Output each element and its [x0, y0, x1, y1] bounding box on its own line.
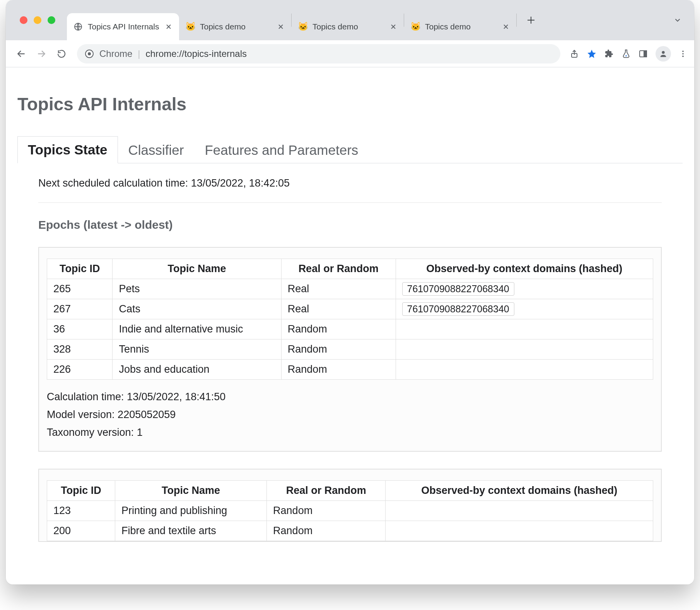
- back-button[interactable]: [13, 45, 30, 62]
- globe-icon: [73, 22, 83, 32]
- col-topic-id: Topic ID: [47, 259, 113, 279]
- cat-icon: 🐱: [185, 22, 195, 32]
- omnibox-scheme: Chrome: [99, 48, 132, 59]
- col-topic-name: Topic Name: [113, 259, 281, 279]
- cell-real: Random: [281, 319, 396, 339]
- model-version-value: 2205052059: [118, 409, 176, 420]
- cell-real: Real: [281, 299, 396, 319]
- cat-icon: 🐱: [410, 22, 420, 32]
- col-topic-name: Topic Name: [115, 480, 267, 500]
- cell-id: 226: [47, 360, 113, 380]
- side-panel-icon[interactable]: [639, 49, 648, 58]
- cell-name: Fibre and textile arts: [115, 521, 267, 541]
- table-row: 328 Tennis Random: [47, 339, 653, 360]
- cell-name: Jobs and education: [113, 360, 281, 380]
- cell-name: Indie and alternative music: [113, 319, 281, 339]
- cell-real: Real: [281, 279, 396, 299]
- tab-title: Topics demo: [312, 22, 385, 31]
- tab-classifier[interactable]: Classifier: [118, 137, 195, 163]
- minimize-window-button[interactable]: [34, 16, 41, 24]
- next-calculation-line: Next scheduled calculation time: 13/05/2…: [38, 177, 662, 189]
- cell-real: Random: [267, 521, 386, 541]
- browser-tab[interactable]: 🐱 Topics demo: [292, 13, 404, 40]
- table-row: 265 Pets Real 7610709088227068340: [47, 279, 653, 299]
- cell-id: 36: [47, 319, 113, 339]
- page-title: Topics API Internals: [17, 94, 683, 115]
- taxonomy-version-value: 1: [137, 427, 143, 438]
- close-window-button[interactable]: [20, 16, 27, 24]
- browser-window: Topics API Internals 🐱 Topics demo 🐱 Top…: [6, 0, 694, 584]
- cell-real: Random: [281, 339, 396, 360]
- cell-name: Tennis: [113, 339, 281, 360]
- topics-table: Topic ID Topic Name Real or Random Obser…: [47, 480, 653, 541]
- titlebar: Topics API Internals 🐱 Topics demo 🐱 Top…: [6, 0, 694, 40]
- col-real-or-random: Real or Random: [267, 480, 386, 500]
- tab-features-parameters[interactable]: Features and Parameters: [194, 137, 369, 163]
- tabstrip-right: [673, 16, 691, 24]
- toolbar-right: [567, 46, 687, 62]
- tab-body: Next scheduled calculation time: 13/05/2…: [17, 163, 683, 542]
- cell-hash: 7610709088227068340: [396, 279, 653, 299]
- cell-hash: [386, 521, 653, 541]
- new-tab-button[interactable]: [521, 10, 541, 30]
- epochs-heading: Epochs (latest -> oldest): [38, 218, 662, 231]
- close-tab-button[interactable]: [277, 22, 285, 31]
- tab-title: Topics API Internals: [88, 22, 160, 31]
- close-tab-button[interactable]: [502, 22, 510, 31]
- tab-separator: [516, 14, 517, 27]
- divider: [38, 202, 662, 203]
- menu-kebab-icon[interactable]: [679, 50, 687, 58]
- maximize-window-button[interactable]: [48, 16, 55, 24]
- reload-button[interactable]: [53, 45, 70, 62]
- share-icon[interactable]: [570, 49, 579, 58]
- svg-rect-6: [644, 51, 647, 57]
- chevron-down-icon[interactable]: [673, 16, 682, 24]
- cell-id: 328: [47, 339, 113, 360]
- cell-id: 265: [47, 279, 113, 299]
- toolbar: Chrome | chrome://topics-internals: [6, 40, 694, 67]
- epoch-meta: Calculation time: 13/05/2022, 18:41:50 M…: [47, 388, 653, 442]
- cat-icon: 🐱: [298, 22, 308, 32]
- cell-name: Printing and publishing: [115, 500, 267, 521]
- svg-point-4: [625, 55, 627, 56]
- profile-avatar[interactable]: [656, 46, 671, 62]
- col-topic-id: Topic ID: [47, 480, 115, 500]
- window-controls: [6, 0, 67, 40]
- table-row: 226 Jobs and education Random: [47, 360, 653, 380]
- browser-tab[interactable]: 🐱 Topics demo: [179, 13, 291, 40]
- browser-tab[interactable]: 🐱 Topics demo: [404, 13, 516, 40]
- cell-id: 200: [47, 521, 115, 541]
- col-observed: Observed-by context domains (hashed): [386, 480, 653, 500]
- svg-point-9: [682, 53, 684, 55]
- hash-chip: 7610709088227068340: [402, 302, 514, 316]
- calc-time-label: Calculation time:: [47, 391, 124, 403]
- close-tab-button[interactable]: [164, 22, 173, 31]
- cell-hash: [396, 360, 653, 380]
- omnibox[interactable]: Chrome | chrome://topics-internals: [77, 44, 560, 63]
- labs-icon[interactable]: [621, 49, 631, 58]
- taxonomy-version-label: Taxonomy version:: [47, 427, 134, 438]
- tab-strip: Topics API Internals 🐱 Topics demo 🐱 Top…: [67, 0, 541, 40]
- browser-tab-active[interactable]: Topics API Internals: [67, 13, 179, 40]
- epoch-box: Topic ID Topic Name Real or Random Obser…: [38, 247, 662, 452]
- cell-id: 123: [47, 500, 115, 521]
- next-calculation-label: Next scheduled calculation time:: [38, 177, 188, 189]
- model-version-label: Model version:: [47, 409, 115, 420]
- cell-hash: [396, 339, 653, 360]
- page-tabnav: Topics State Classifier Features and Par…: [17, 136, 683, 163]
- cell-hash: 7610709088227068340: [396, 299, 653, 319]
- tab-topics-state[interactable]: Topics State: [17, 136, 118, 163]
- chrome-icon: [85, 49, 94, 58]
- cell-real: Random: [267, 500, 386, 521]
- next-calculation-value: 13/05/2022, 18:42:05: [191, 177, 290, 189]
- page-content: Topics API Internals Topics State Classi…: [6, 67, 694, 584]
- tab-title: Topics demo: [200, 22, 273, 31]
- extensions-icon[interactable]: [604, 49, 614, 58]
- table-row: 123 Printing and publishing Random: [47, 500, 653, 521]
- close-tab-button[interactable]: [389, 22, 398, 31]
- bookmark-star-icon[interactable]: [587, 49, 597, 59]
- svg-point-10: [682, 55, 684, 57]
- svg-point-8: [682, 50, 684, 52]
- table-row: 36 Indie and alternative music Random: [47, 319, 653, 339]
- forward-button[interactable]: [33, 45, 50, 62]
